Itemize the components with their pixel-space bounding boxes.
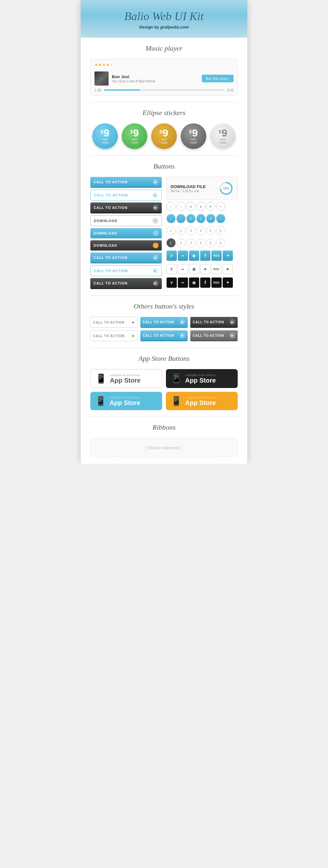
sticker-green[interactable]: $ 9 PERYEAR xyxy=(122,123,147,149)
social-dribbble-outline[interactable]: ⊕ xyxy=(189,264,199,274)
appstore-btn-white[interactable]: 📱 Available on the iPhone App Store xyxy=(90,369,162,388)
social-rss-blue[interactable]: RSS xyxy=(211,251,222,261)
num-btn-3[interactable]: 3 xyxy=(187,226,195,235)
play-icon: ▶ xyxy=(179,333,185,338)
music-player-title: Music player xyxy=(90,44,238,53)
download-button-blue[interactable]: DOWNLOAD ↓ xyxy=(90,228,162,238)
social-vimeo-blue[interactable]: V xyxy=(167,251,177,261)
sticker-gray[interactable]: $ 9 PERYEAR xyxy=(181,123,206,149)
num-btn-dark-4[interactable]: 4 xyxy=(196,238,205,247)
nav-btn-blue-down[interactable]: ∨ xyxy=(196,214,205,223)
others-cta-blue-2[interactable]: CALL TO ACTION ▶ xyxy=(140,330,188,341)
num-btn-5[interactable]: 5 xyxy=(206,226,215,235)
nav-btn-up[interactable]: ∧ xyxy=(187,202,195,211)
others-cta-dark2-1[interactable]: CALL TO ACTION ▶ xyxy=(190,330,238,341)
social-flickr-dark[interactable]: •• xyxy=(178,277,188,288)
num-btn-dark-2[interactable]: 2 xyxy=(176,238,186,247)
music-player: ★ ★ ★ ★ ★ ♪ Bon Jovi You Give Love A Bad… xyxy=(90,59,238,95)
social-dark-row: V •• ⊕ f RSS ✦ xyxy=(167,277,238,288)
nav-btn-blue-dropdown[interactable]: ▾ xyxy=(206,214,215,223)
num-btn-dark-1[interactable]: 1 xyxy=(167,238,175,247)
social-person-outline[interactable]: ✦ xyxy=(200,264,210,274)
sticker-orange[interactable]: $ 9 PERYEAR xyxy=(151,123,177,149)
num-btn-6[interactable]: 6 xyxy=(216,226,225,235)
social-facebook-blue[interactable]: f xyxy=(200,251,210,261)
play-icon: ▶ xyxy=(153,280,159,286)
num-btn-1[interactable]: 1 xyxy=(167,226,175,235)
nav-btn-down[interactable]: ∨ xyxy=(196,202,205,211)
social-outline-row: V •• ⊕ ✦ RSS ✦ xyxy=(167,264,238,274)
download-button-dark[interactable]: DOWNLOAD ↓ xyxy=(90,240,162,251)
nav-btn-blue-prev[interactable]: ‹ xyxy=(167,214,175,223)
download-file-widget: DOWNLOAD FILE 34,54 / 176,51 mb 72% xyxy=(167,177,238,200)
ribbons-title: Ribbons xyxy=(90,423,238,432)
social-flickr-blue[interactable]: •• xyxy=(178,251,188,261)
download-icon: ↓ xyxy=(153,243,159,248)
play-icon: ▶ xyxy=(132,334,135,337)
music-stars: ★ ★ ★ ★ ★ xyxy=(95,62,233,67)
nav-btn-next[interactable]: › xyxy=(176,202,186,211)
num-btn-4[interactable]: 4 xyxy=(196,226,205,235)
cta-button-blue-outline-2[interactable]: CALL TO ACTION ▶ xyxy=(90,265,162,276)
others-cta-blue-1[interactable]: CALL TO ACTION ▶ xyxy=(140,317,188,328)
buttons-grid: CALL TO ACTION ▶ CALL TO ACTION ▶ CALL T… xyxy=(90,177,238,289)
progress-track[interactable] xyxy=(104,89,224,91)
others-cta-dark-1[interactable]: CALL TO ACTION ▶ xyxy=(190,317,238,328)
nav-buttons-outline-row: ‹ › ∧ ∨ ▾ ↔ xyxy=(167,202,238,211)
social-vimeo-dark[interactable]: V xyxy=(167,277,177,288)
social-dribbble-blue[interactable]: ⊕ xyxy=(189,251,199,261)
nav-btn-blue-next[interactable]: › xyxy=(176,214,186,223)
cta-button-dark-2[interactable]: CALL TO ACTION ▶ xyxy=(90,278,162,289)
appstore-btn-blue[interactable]: 📱 Available on the iPhone App Store xyxy=(90,392,162,410)
buttons-right-col: DOWNLOAD FILE 34,54 / 176,51 mb 72% ‹ › xyxy=(167,177,238,289)
social-flickr-outline[interactable]: •• xyxy=(178,264,188,274)
appstore-btn-yellow[interactable]: 📱 Available on the iPhone App Store xyxy=(166,392,238,410)
cta-button-blue-3d-2[interactable]: CALL TO ACTION ▶ xyxy=(90,252,162,264)
nav-btn-swap[interactable]: ↔ xyxy=(216,202,225,211)
social-twitter-blue[interactable]: ✦ xyxy=(223,251,233,261)
social-rss-outline[interactable]: RSS xyxy=(211,264,222,274)
cta-button-dark-1[interactable]: CALL TO ACTION ▶ xyxy=(90,203,162,213)
ribbons-placeholder: [ Ribbon elements ] xyxy=(90,438,238,457)
buy-song-button[interactable]: Buy this song ♪ xyxy=(202,75,233,82)
social-facebook-dark[interactable]: f xyxy=(200,277,210,288)
nav-btn-prev[interactable]: ‹ xyxy=(167,202,175,211)
download-button-outline[interactable]: DOWNLOAD ↓ xyxy=(90,215,162,226)
others-cta-outline-2[interactable]: CALL TO ACTION ▶ xyxy=(90,330,138,341)
cta-button-blue-3d-1[interactable]: CALL TO ACTION ▶ xyxy=(90,177,162,188)
stickers-row: $ 9 PERYEAR $ 9 PERYEAR $ 9 PERYEAR xyxy=(90,123,238,149)
nav-btn-blue-up[interactable]: ∧ xyxy=(187,214,195,223)
buttons-left-col: CALL TO ACTION ▶ CALL TO ACTION ▶ CALL T… xyxy=(90,177,162,289)
nav-btn-dropdown[interactable]: ▾ xyxy=(206,202,215,211)
appstore-available-yellow: Available on the iPhone xyxy=(185,396,216,399)
page-wrapper: Balio Web UI Kit Design by grafpedia.com… xyxy=(81,0,247,464)
num-btn-2[interactable]: 2 xyxy=(176,226,186,235)
circle-progress[interactable]: 72% xyxy=(219,181,233,196)
social-twitter-outline[interactable]: ✦ xyxy=(223,264,233,274)
appstore-name-blue: App Store xyxy=(109,399,140,406)
appstore-btn-dark[interactable]: 📱 Available on the iPhone App Store xyxy=(166,369,238,388)
play-icon: ▶ xyxy=(153,192,158,198)
buttons-section: Buttons CALL TO ACTION ▶ CALL TO ACTION … xyxy=(81,156,247,296)
appstore-available-dark: Available on the iPhone xyxy=(185,374,216,377)
ribbons-section: Ribbons [ Ribbon elements ] xyxy=(81,417,247,464)
sticker-blue[interactable]: $ 9 PERYEAR xyxy=(92,123,118,149)
download-file-info: DOWNLOAD FILE 34,54 / 176,51 mb xyxy=(171,184,206,193)
social-twitter-dark[interactable]: ✦ xyxy=(223,277,233,288)
play-icon: ▶ xyxy=(179,319,185,325)
others-cta-outline-1[interactable]: CALL TO ACTION ▶ xyxy=(90,317,138,328)
cta-button-blue-outline-1[interactable]: CALL TO ACTION ▶ xyxy=(90,190,162,200)
num-btn-dark-3[interactable]: 3 xyxy=(187,238,195,247)
appstore-name-white: App Store xyxy=(110,377,141,384)
social-dribbble-dark[interactable]: ⊕ xyxy=(189,277,199,288)
num-btn-dark-6[interactable]: 6 xyxy=(216,238,225,247)
social-rss-dark[interactable]: RSS xyxy=(211,277,222,288)
num-buttons-outline-row: 1 2 3 4 5 6 xyxy=(167,226,238,235)
music-song: You Give Love A Bad Name xyxy=(112,79,199,83)
social-vimeo-outline[interactable]: V xyxy=(167,264,177,274)
nav-btn-blue-swap[interactable]: ↔ xyxy=(216,214,225,223)
num-btn-dark-5[interactable]: 5 xyxy=(206,238,215,247)
sticker-light[interactable]: $ 9 PERYEAR xyxy=(210,123,236,149)
play-icon: ▶ xyxy=(229,319,235,325)
others-buttons-section: Others button's styles CALL TO ACTION ▶ … xyxy=(81,296,247,348)
